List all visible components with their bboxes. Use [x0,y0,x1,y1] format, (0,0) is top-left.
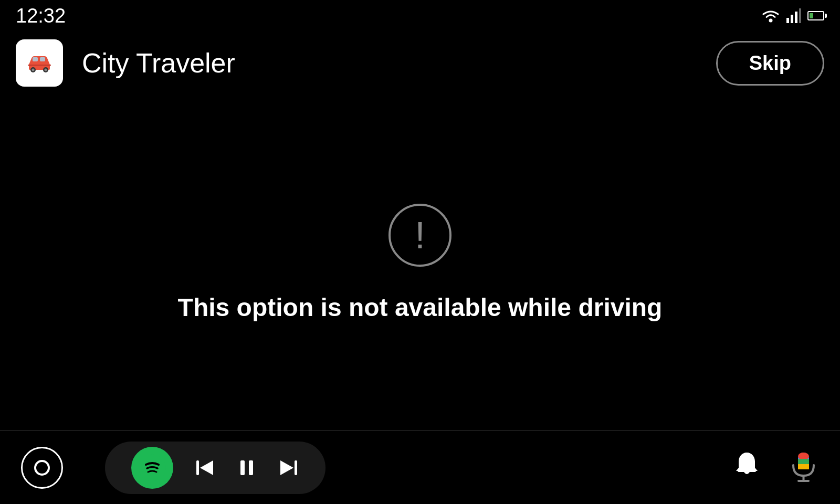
svg-rect-6 [28,65,51,66]
exclamation-mark: ! [415,214,425,257]
svg-rect-2 [791,15,793,23]
car-icon [24,50,55,76]
previous-button[interactable] [184,447,226,489]
mic-button[interactable] [788,452,819,484]
home-button[interactable] [21,447,63,489]
spotify-button[interactable] [131,447,173,489]
svg-rect-12 [40,57,45,61]
bell-icon [732,450,761,479]
svg-rect-27 [798,453,809,460]
svg-point-0 [769,19,773,23]
svg-rect-1 [786,18,789,23]
status-icons [761,8,824,23]
svg-point-9 [32,69,35,71]
svg-rect-16 [240,460,245,475]
mic-icon [789,450,818,485]
pause-icon [235,456,258,479]
signal-icon [786,8,801,23]
app-icon [16,39,63,87]
bottom-bar [0,430,840,504]
right-controls [732,450,819,485]
svg-marker-15 [200,460,213,475]
spotify-icon [139,454,166,481]
svg-rect-4 [799,8,801,23]
error-message: This option is not available while drivi… [178,293,663,322]
svg-point-10 [45,69,47,71]
svg-rect-17 [249,460,253,475]
next-icon [277,456,300,479]
skip-button[interactable]: Skip [716,41,824,86]
main-content: ! This option is not available while dri… [0,94,840,430]
home-button-inner [34,460,50,476]
media-controls [105,442,326,494]
app-header: City Traveler Skip [0,32,840,94]
svg-marker-19 [280,460,293,475]
battery-icon [807,11,824,20]
svg-rect-11 [33,57,38,61]
svg-rect-3 [795,12,797,23]
bell-button[interactable] [732,450,761,485]
pause-button[interactable] [226,447,268,489]
status-bar: 12:32 [0,0,840,32]
wifi-icon [761,8,780,23]
svg-rect-18 [295,460,297,475]
error-icon: ! [388,204,452,267]
app-title: City Traveler [82,47,235,79]
svg-rect-28 [798,459,809,464]
svg-rect-14 [196,460,199,475]
svg-rect-20 [738,470,756,472]
status-time: 12:32 [16,5,66,27]
next-button[interactable] [268,447,310,489]
previous-icon [193,456,216,479]
